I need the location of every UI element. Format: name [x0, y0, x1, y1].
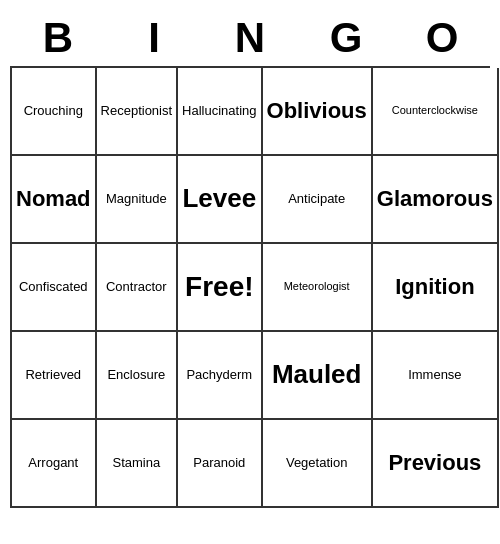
bingo-header-letter: I [106, 10, 202, 66]
bingo-header-letter: G [298, 10, 394, 66]
bingo-cell-14: Ignition [373, 244, 499, 332]
bingo-cell-11: Contractor [97, 244, 179, 332]
bingo-cell-6: Magnitude [97, 156, 179, 244]
bingo-cell-12: Free! [178, 244, 262, 332]
bingo-cell-4: Counterclockwise [373, 68, 499, 156]
bingo-cell-24: Previous [373, 420, 499, 508]
bingo-cell-21: Stamina [97, 420, 179, 508]
bingo-cell-16: Enclosure [97, 332, 179, 420]
bingo-cell-7: Levee [178, 156, 262, 244]
bingo-cell-17: Pachyderm [178, 332, 262, 420]
bingo-cell-3: Oblivious [263, 68, 373, 156]
bingo-grid: CrouchingReceptionistHallucinatingOblivi… [10, 66, 490, 508]
bingo-cell-9: Glamorous [373, 156, 499, 244]
bingo-cell-18: Mauled [263, 332, 373, 420]
bingo-cell-20: Arrogant [12, 420, 97, 508]
bingo-card: BINGO CrouchingReceptionistHallucinating… [10, 10, 490, 508]
bingo-header-letter: O [394, 10, 490, 66]
bingo-cell-13: Meteorologist [263, 244, 373, 332]
bingo-header-letter: B [10, 10, 106, 66]
bingo-cell-5: Nomad [12, 156, 97, 244]
bingo-cell-2: Hallucinating [178, 68, 262, 156]
bingo-cell-23: Vegetation [263, 420, 373, 508]
bingo-cell-8: Anticipate [263, 156, 373, 244]
bingo-header: BINGO [10, 10, 490, 66]
bingo-cell-15: Retrieved [12, 332, 97, 420]
bingo-header-letter: N [202, 10, 298, 66]
bingo-cell-22: Paranoid [178, 420, 262, 508]
bingo-cell-0: Crouching [12, 68, 97, 156]
bingo-cell-1: Receptionist [97, 68, 179, 156]
bingo-cell-10: Confiscated [12, 244, 97, 332]
bingo-cell-19: Immense [373, 332, 499, 420]
